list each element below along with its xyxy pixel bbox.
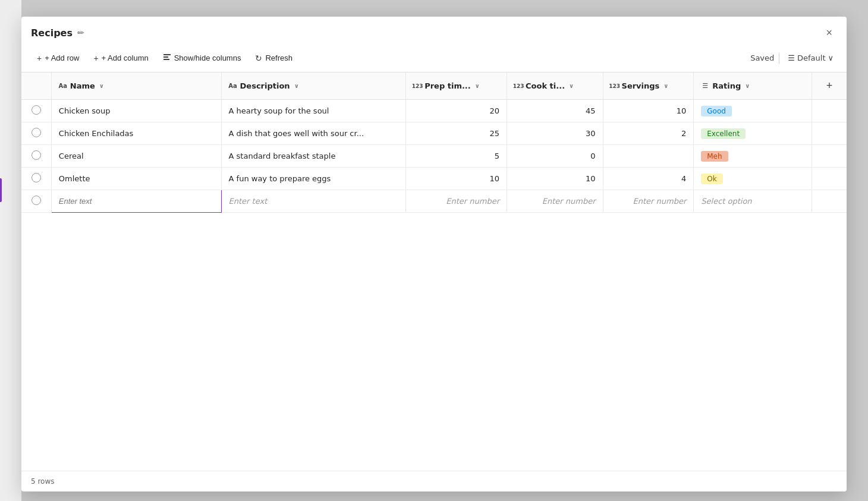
svg-rect-2 — [163, 59, 169, 60]
th-description-label: Description — [240, 81, 290, 90]
cell-prep-1[interactable]: 25 — [406, 122, 507, 145]
new-row[interactable]: Enter text Enter number Enter number Ent… — [21, 190, 847, 213]
toolbar: + + Add row + + Add column Show/hide col… — [21, 46, 847, 72]
modal-footer: 5 rows — [21, 471, 847, 491]
cell-desc-3[interactable]: A fun way to prepare eggs — [221, 168, 406, 190]
rating-badge-0[interactable]: Good — [701, 106, 732, 116]
row-checkbox-cell[interactable] — [21, 168, 51, 190]
cell-name-1[interactable]: Chicken Enchiladas — [51, 122, 221, 145]
cell-desc-0[interactable]: A hearty soup for the soul — [221, 100, 406, 122]
add-row-button[interactable]: + + Add row — [31, 51, 85, 66]
cell-prep-0[interactable]: 20 — [406, 100, 507, 122]
cell-rating-1[interactable]: Excellent — [694, 122, 812, 145]
row-checkbox-cell[interactable] — [21, 145, 51, 168]
new-row-desc-cell[interactable]: Enter text — [221, 190, 406, 213]
row-checkbox-0[interactable] — [32, 105, 41, 115]
add-column-label: + Add column — [102, 53, 149, 62]
svg-rect-0 — [163, 54, 171, 55]
th-name[interactable]: Name ∨ — [51, 73, 221, 100]
sort-icon-desc[interactable]: ∨ — [294, 83, 299, 89]
th-add-column[interactable]: + — [812, 73, 847, 100]
cell-name-3[interactable]: Omlette — [51, 168, 221, 190]
th-prep-time[interactable]: Prep tim... ∨ — [406, 73, 507, 100]
sort-icon-name[interactable]: ∨ — [99, 83, 104, 89]
table-row: Chicken soup A hearty soup for the soul … — [21, 100, 847, 122]
rating-badge-3[interactable]: Ok — [701, 174, 722, 184]
saved-status: Saved — [750, 53, 774, 62]
toolbar-right: Saved ☰ Default ∨ — [750, 51, 837, 65]
rating-badge-1[interactable]: Excellent — [701, 128, 746, 139]
row-checkbox-1[interactable] — [32, 128, 41, 137]
th-checkbox — [21, 73, 51, 100]
cell-cook-2[interactable]: 0 — [507, 145, 603, 168]
cell-cook-0[interactable]: 45 — [507, 100, 603, 122]
number-column-icon — [413, 82, 422, 90]
cell-name-2[interactable]: Cereal — [51, 145, 221, 168]
sort-icon-rating[interactable]: ∨ — [745, 83, 750, 89]
th-cook-label: Cook ti... — [526, 81, 565, 90]
modal-header: Recipes ✏ × — [21, 17, 847, 46]
cell-serv-0[interactable]: 10 — [603, 100, 694, 122]
cell-prep-2[interactable]: 5 — [406, 145, 507, 168]
row-checkbox-cell[interactable] — [21, 100, 51, 122]
th-description[interactable]: Description ∨ — [221, 73, 406, 100]
th-rating[interactable]: Rating ∨ — [694, 73, 812, 100]
show-hide-icon — [163, 53, 171, 63]
row-checkbox-cell[interactable] — [21, 122, 51, 145]
default-view-button[interactable]: ☰ Default ∨ — [784, 51, 837, 65]
th-cook-time[interactable]: Cook ti... ∨ — [507, 73, 603, 100]
add-column-plus-button[interactable]: + — [823, 78, 836, 93]
rating-badge-2[interactable]: Meh — [701, 151, 728, 162]
th-servings[interactable]: Servings ∨ — [603, 73, 694, 100]
table-row: Omlette A fun way to prepare eggs 10 10 … — [21, 168, 847, 190]
hamburger-icon: ☰ — [788, 53, 795, 62]
table-header-row: Name ∨ Description ∨ — [21, 73, 847, 100]
sort-icon-prep[interactable]: ∨ — [475, 83, 480, 89]
sort-icon-cook[interactable]: ∨ — [569, 83, 574, 89]
close-button[interactable]: × — [821, 25, 837, 40]
cell-serv-1[interactable]: 2 — [603, 122, 694, 145]
cell-cook-3[interactable]: 10 — [507, 168, 603, 190]
refresh-button[interactable]: ↻ Refresh — [249, 51, 298, 66]
row-count: 5 rows — [31, 477, 55, 486]
cell-extra-2 — [812, 145, 847, 168]
cell-desc-2[interactable]: A standard breakfast staple — [221, 145, 406, 168]
new-row-prep-cell[interactable]: Enter number — [406, 190, 507, 213]
new-row-serv-cell[interactable]: Enter number — [603, 190, 694, 213]
show-hide-label: Show/hide columns — [174, 53, 241, 62]
sort-icon-servings[interactable]: ∨ — [663, 83, 668, 89]
new-row-extra — [812, 190, 847, 213]
cell-rating-2[interactable]: Meh — [694, 145, 812, 168]
default-view-label: Default — [797, 53, 826, 62]
new-row-cook-cell[interactable]: Enter number — [507, 190, 603, 213]
cell-serv-3[interactable]: 4 — [603, 168, 694, 190]
new-row-rating-cell[interactable]: Select option — [694, 190, 812, 213]
recipes-table: Name ∨ Description ∨ — [21, 73, 847, 213]
cell-serv-2[interactable] — [603, 145, 694, 168]
new-row-name-input[interactable] — [59, 197, 214, 206]
cell-name-0[interactable]: Chicken soup — [51, 100, 221, 122]
row-checkbox-2[interactable] — [32, 150, 41, 160]
show-hide-columns-button[interactable]: Show/hide columns — [157, 50, 247, 66]
table-row: Chicken Enchiladas A dish that goes well… — [21, 122, 847, 145]
plus-icon: + — [37, 53, 42, 63]
cell-extra-3 — [812, 168, 847, 190]
th-prep-label: Prep tim... — [424, 81, 471, 90]
text-column-icon-2 — [229, 82, 237, 90]
cell-cook-1[interactable]: 30 — [507, 122, 603, 145]
new-row-checkbox[interactable] — [32, 196, 41, 205]
new-row-name-cell[interactable] — [51, 190, 221, 213]
row-checkbox-3[interactable] — [32, 173, 41, 182]
cell-desc-1[interactable]: A dish that goes well with sour cr... — [221, 122, 406, 145]
add-column-button[interactable]: + + Add column — [87, 51, 154, 66]
plus-icon-2: + — [93, 53, 98, 63]
number-column-icon-3 — [611, 82, 619, 90]
cell-rating-3[interactable]: Ok — [694, 168, 812, 190]
edit-title-icon[interactable]: ✏ — [77, 28, 84, 37]
refresh-icon: ↻ — [255, 53, 262, 63]
modal-title: Recipes — [31, 27, 73, 39]
cell-prep-3[interactable]: 10 — [406, 168, 507, 190]
table-container: Name ∨ Description ∨ — [21, 72, 847, 471]
cell-rating-0[interactable]: Good — [694, 100, 812, 122]
cell-extra-0 — [812, 100, 847, 122]
